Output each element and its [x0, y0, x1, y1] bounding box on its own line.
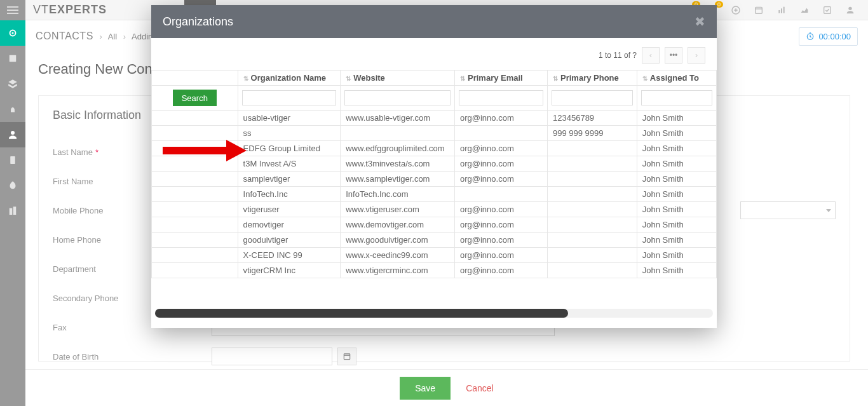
side-select-mobile[interactable]: [740, 201, 836, 219]
timer-value: 00:00:00: [818, 32, 851, 41]
table-row[interactable]: demovtigerwww.demovtiger.comorg@inno.com…: [152, 217, 717, 233]
sidebar-device-icon[interactable]: [0, 147, 25, 173]
sidebar-card-icon[interactable]: [0, 46, 25, 71]
cell-website: www.vtigeruser.com: [341, 202, 455, 217]
svg-rect-4: [10, 156, 15, 164]
filter-name-input[interactable]: [242, 90, 337, 105]
pager-prev-button[interactable]: ‹: [642, 47, 660, 64]
dob-field[interactable]: [212, 348, 332, 365]
table-row[interactable]: vtigerCRM Incwww.vtigercrminc.comorg@inn…: [152, 263, 717, 278]
filter-assigned-input[interactable]: [641, 90, 712, 105]
pager-more-button[interactable]: •••: [665, 47, 682, 64]
sidebar-box-icon[interactable]: [0, 71, 25, 97]
table-row[interactable]: InfoTech.IncInfoTech.Inc.comJohn Smith: [152, 187, 717, 202]
horizontal-scrollbar[interactable]: [155, 309, 713, 318]
sort-icon[interactable]: ⇅: [642, 75, 648, 82]
cell-email: org@inno.com: [455, 172, 548, 187]
svg-rect-17: [824, 6, 831, 13]
table-row[interactable]: X-CEED INC 99www.x-ceedinc99.comorg@inno…: [152, 248, 717, 263]
cell-assigned: John Smith: [637, 172, 716, 187]
svg-rect-16: [783, 6, 785, 13]
filter-website-input[interactable]: [344, 90, 451, 105]
sidebar-money-icon[interactable]: [0, 173, 25, 198]
cell-phone: [548, 156, 637, 172]
table-row[interactable]: vtigeruserwww.vtigeruser.comorg@inno.com…: [152, 202, 717, 217]
cell-assigned: John Smith: [637, 202, 716, 217]
cell-assigned: John Smith: [637, 141, 716, 156]
filter-email-input[interactable]: [459, 90, 543, 105]
sidebar-building-icon[interactable]: [0, 198, 25, 224]
cell-email: org@inno.com: [455, 263, 548, 278]
sort-icon[interactable]: ⇅: [553, 75, 558, 82]
pager-next-button[interactable]: ›: [688, 47, 705, 64]
timer[interactable]: 00:00:00: [799, 27, 858, 46]
col-header-assigned[interactable]: Assigned To: [650, 73, 699, 83]
search-button[interactable]: Search: [173, 90, 217, 106]
cell-email: org@inno.com: [455, 156, 548, 172]
bar-chart-icon[interactable]: [776, 5, 787, 15]
table-row[interactable]: ss999 999 9999John Smith: [152, 126, 717, 141]
cell-name: demovtiger: [238, 217, 341, 233]
filter-phone-input[interactable]: [552, 90, 633, 105]
close-icon[interactable]: ✖: [695, 14, 705, 29]
area-chart-icon[interactable]: [799, 5, 810, 15]
sidebar-hand-icon[interactable]: [0, 97, 25, 122]
table-row[interactable]: gooduivtigerwww.gooduivtiger.comorg@inno…: [152, 233, 717, 248]
sort-icon[interactable]: ⇅: [346, 75, 351, 82]
sidebar-contacts-icon[interactable]: [0, 122, 25, 147]
cell-phone: [548, 187, 637, 202]
cell-email: org@inno.com: [455, 202, 548, 217]
cell-email: [455, 126, 548, 141]
organizations-table: ⇅Organization Name ⇅Website ⇅Primary Ema…: [151, 70, 717, 278]
form-footer: Save Cancel: [25, 369, 868, 406]
col-header-email[interactable]: Primary Email: [468, 73, 523, 83]
table-row[interactable]: EDFG Group Limitedwww.edfggrouplimited.c…: [152, 141, 717, 156]
cell-name: EDFG Group Limited: [238, 141, 341, 156]
sidebar-dashboard-icon[interactable]: [0, 20, 25, 46]
user-icon[interactable]: [845, 5, 855, 15]
cell-name: vtigeruser: [238, 202, 341, 217]
table-row[interactable]: t3M Invest A/Swww.t3minvesta/s.comorg@in…: [152, 156, 717, 172]
breadcrumb-level1[interactable]: All: [108, 32, 117, 41]
sort-icon[interactable]: ⇅: [243, 75, 248, 82]
cancel-button[interactable]: Cancel: [466, 383, 494, 393]
cell-website: www.t3minvesta/s.com: [341, 156, 455, 172]
calendar-icon[interactable]: [754, 5, 764, 15]
svg-rect-14: [778, 10, 780, 13]
pager-text: 1 to 11 of ?: [599, 51, 637, 60]
table-row[interactable]: samplevtigerwww.samplevtiger.comorg@inno…: [152, 172, 717, 187]
logo: VTEXPERTS: [25, 3, 114, 17]
menu-toggle-icon[interactable]: [0, 0, 25, 20]
cell-name: ss: [238, 126, 341, 141]
cell-assigned: John Smith: [637, 263, 716, 278]
cell-website: www.demovtiger.com: [341, 217, 455, 233]
label-dob: Date of Birth: [53, 352, 212, 362]
cell-assigned: John Smith: [637, 217, 716, 233]
svg-rect-22: [344, 354, 349, 360]
sort-icon[interactable]: ⇅: [460, 75, 465, 82]
cell-website: www.x-ceedinc99.com: [341, 248, 455, 263]
cell-name: X-CEED INC 99: [238, 248, 341, 263]
cell-name: samplevtiger: [238, 172, 341, 187]
cell-phone: [548, 217, 637, 233]
left-sidebar: [0, 0, 25, 406]
cell-email: org@inno.com: [455, 248, 548, 263]
svg-rect-6: [13, 206, 17, 215]
cell-phone: [548, 233, 637, 248]
cell-website: [341, 126, 455, 141]
cell-website: www.samplevtiger.com: [341, 172, 455, 187]
calendar-picker-icon[interactable]: [337, 348, 356, 365]
col-header-name[interactable]: Organization Name: [251, 73, 326, 83]
cell-name: InfoTech.Inc: [238, 187, 341, 202]
cell-email: org@inno.com: [455, 233, 548, 248]
plus-circle-icon[interactable]: [731, 5, 741, 15]
save-button[interactable]: Save: [400, 377, 451, 400]
cell-website: www.usable-vtiger.com: [341, 111, 455, 126]
col-header-phone[interactable]: Primary Phone: [560, 73, 619, 83]
cell-assigned: John Smith: [637, 248, 716, 263]
cell-website: www.gooduivtiger.com: [341, 233, 455, 248]
breadcrumb-root[interactable]: CONTACTS: [36, 30, 93, 41]
table-row[interactable]: usable-vtigerwww.usable-vtiger.comorg@in…: [152, 111, 717, 126]
col-header-website[interactable]: Website: [353, 73, 385, 83]
check-square-icon[interactable]: [822, 5, 832, 15]
